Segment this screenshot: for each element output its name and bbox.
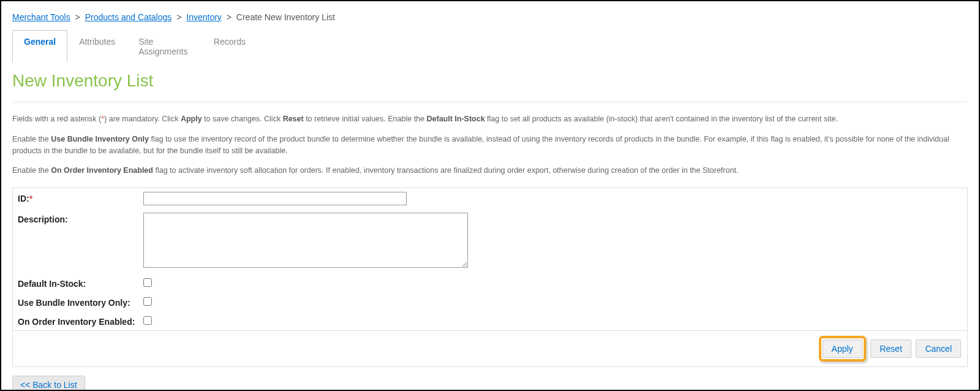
description-label: Description: — [18, 213, 143, 224]
cancel-button[interactable]: Cancel — [916, 340, 961, 358]
help-text-onorder: Enable the On Order Inventory Enabled fl… — [12, 165, 968, 177]
breadcrumb: Merchant Tools > Products and Catalogs >… — [12, 12, 968, 22]
apply-button[interactable]: Apply — [823, 340, 862, 358]
form-row-use-bundle: Use Bundle Inventory Only: — [13, 292, 967, 311]
breadcrumb-sep: > — [75, 12, 80, 22]
apply-highlight: Apply — [819, 336, 866, 362]
help-text-bundle: Enable the Use Bundle Inventory Only fla… — [12, 134, 968, 157]
form-row-id: ID:* — [13, 188, 967, 209]
reset-button[interactable]: Reset — [870, 340, 911, 358]
id-label: ID:* — [18, 192, 143, 203]
use-bundle-label: Use Bundle Inventory Only: — [18, 296, 143, 308]
form-row-default-instock: Default In-Stock: — [13, 273, 967, 292]
tabs: General Attributes Site Assignments Reco… — [12, 29, 257, 63]
breadcrumb-merchant-tools[interactable]: Merchant Tools — [12, 12, 70, 22]
form-row-description: Description: — [13, 209, 967, 273]
breadcrumb-sep: > — [176, 12, 181, 22]
tab-attributes[interactable]: Attributes — [67, 30, 127, 63]
tab-general[interactable]: General — [12, 30, 67, 63]
divider — [12, 102, 968, 102]
on-order-label: On Order Inventory Enabled: — [18, 315, 143, 327]
default-instock-label: Default In-Stock: — [18, 277, 143, 289]
page-title: New Inventory List — [12, 71, 968, 91]
default-instock-checkbox[interactable] — [143, 278, 152, 287]
help-text-mandatory: Fields with a red asterisk (*) are manda… — [12, 113, 968, 125]
form-row-on-order: On Order Inventory Enabled: — [13, 311, 967, 330]
breadcrumb-inventory[interactable]: Inventory — [186, 12, 222, 22]
on-order-checkbox[interactable] — [143, 316, 152, 325]
tab-records[interactable]: Records — [202, 30, 257, 63]
button-row: Apply Reset Cancel — [13, 330, 967, 366]
breadcrumb-products-catalogs[interactable]: Products and Catalogs — [85, 12, 172, 22]
breadcrumb-sep: > — [227, 12, 232, 22]
form-box: ID:* Description: Default In-Stock: Use … — [12, 188, 968, 367]
use-bundle-checkbox[interactable] — [143, 297, 152, 306]
description-input[interactable] — [143, 213, 468, 268]
back-to-list-button[interactable]: << Back to List — [12, 376, 85, 391]
breadcrumb-current: Create New Inventory List — [236, 12, 335, 22]
id-input[interactable] — [143, 192, 407, 205]
tab-site-assignments[interactable]: Site Assignments — [127, 30, 202, 63]
